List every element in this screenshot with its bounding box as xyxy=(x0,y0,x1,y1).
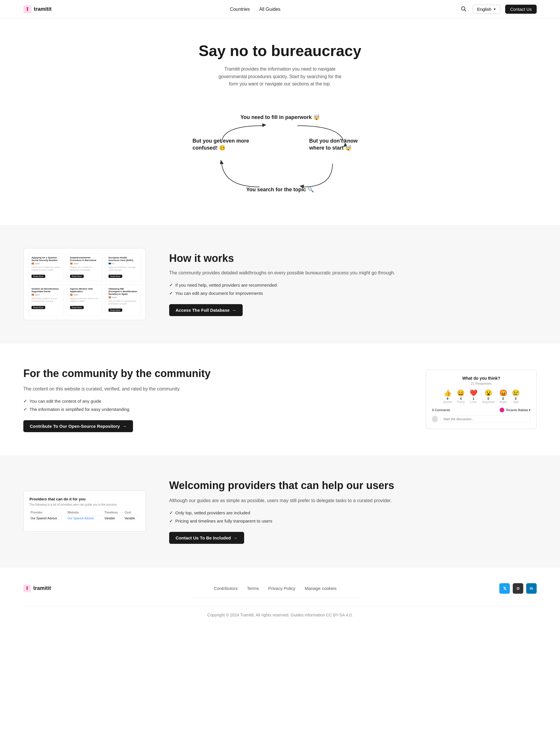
footer-logo[interactable]: tramitit xyxy=(23,585,51,592)
community-section: For the community by the community The c… xyxy=(0,344,560,455)
cycle-top-label: You need to fill in paperwork 🤯 xyxy=(240,114,320,120)
logo-text: tramitit xyxy=(34,6,52,12)
hero-title: Say no to bureaucracy xyxy=(6,42,554,60)
contact-included-label: Contact Us To Be Included xyxy=(176,535,231,540)
providers-table-title: Providers that can do it for you xyxy=(29,497,140,501)
comments-count: 9 Comments xyxy=(432,408,450,412)
community-title: For the community by the community xyxy=(23,367,403,380)
footer-link-cookies[interactable]: Manage cookies xyxy=(305,586,337,591)
svg-rect-1 xyxy=(27,8,28,11)
reaction-angry: 😡 0 Angry xyxy=(499,389,507,403)
check-item: ✓ You can edit any document for improvem… xyxy=(169,291,537,296)
comment-input[interactable] xyxy=(440,415,531,423)
providers-image: Providers that can do it for you The fol… xyxy=(23,491,146,531)
github-button[interactable]: ⚙ xyxy=(513,583,523,594)
reaction-sad: 😢 0 Sad xyxy=(512,389,520,403)
footer-divider: Copyright © 2024 Tramitit. All rights re… xyxy=(23,606,537,617)
check-icon: ✓ xyxy=(169,291,173,296)
footer-link-contributors[interactable]: Contributors xyxy=(214,586,238,591)
providers-checks: ✓ Only top, vetted providers are include… xyxy=(169,510,537,524)
reaction-author: Ricardo Batista ▾ xyxy=(500,408,531,412)
svg-marker-5 xyxy=(220,160,224,164)
check-icon: ✓ xyxy=(23,407,27,412)
language-button[interactable]: English ▼ xyxy=(473,5,501,14)
cycle-right-label: But you don't know where to start 🤯 xyxy=(309,137,367,152)
check-icon: ✓ xyxy=(23,398,27,404)
svg-marker-6 xyxy=(262,123,266,127)
card-item: Obtaining NIE (Foreigner's Identificatio… xyxy=(105,284,141,315)
check-icon: ✓ xyxy=(169,510,173,515)
logo-icon xyxy=(23,5,31,13)
cycle-arrows-svg xyxy=(190,108,370,196)
card-item: Ingreso Mínimo Vital Application 🇪🇸 Spai… xyxy=(67,284,102,315)
community-desc: The content on this website is curated, … xyxy=(23,385,403,393)
how-it-works-content: How it works The community provides deta… xyxy=(169,252,537,316)
reaction-upvote: 👍 9 Upvote xyxy=(443,389,452,403)
card-item: Applying for a Spanish Social Security N… xyxy=(28,253,64,282)
table-header-provider: Provider xyxy=(29,510,67,515)
arrow-right-icon: → xyxy=(122,424,127,429)
hero-subtitle: Tramitit provides the information you ne… xyxy=(216,65,344,88)
footer-logo-icon xyxy=(23,585,31,592)
check-item: ✓ You can edit the content of any guide xyxy=(23,398,403,404)
nav-right: English ▼ Contact Us xyxy=(459,4,537,14)
reaction-title: What do you think? xyxy=(432,376,531,380)
footer-nav: Contributors Terms Privacy Policy Manage… xyxy=(190,579,360,598)
how-it-works-checks: ✓ If you need help, vetted providers are… xyxy=(169,283,537,296)
community-content: For the community by the community The c… xyxy=(23,367,403,432)
arrow-right-icon: → xyxy=(233,535,238,540)
arrow-right-icon: → xyxy=(232,308,236,313)
providers-section: Providers that can do it for you The fol… xyxy=(0,455,560,567)
check-item: ✓ If you need help, vetted providers are… xyxy=(169,283,537,288)
nav-center: Countries All Guides xyxy=(230,7,280,12)
table-header-cost: Cost xyxy=(123,510,140,515)
cycle-diagram: You need to fill in paperwork 🤯 But you … xyxy=(190,108,370,196)
footer-link-terms[interactable]: Terms xyxy=(247,586,259,591)
cycle-bottom-label: You search for the topic 🔍 xyxy=(246,186,314,193)
table-header-website: Website xyxy=(67,510,104,515)
language-label: English xyxy=(477,7,491,12)
chevron-down-icon: ▼ xyxy=(493,8,496,11)
cycle-left-label: But you get even more confused! 🥴 xyxy=(193,137,251,152)
contact-included-button[interactable]: Contact Us To Be Included → xyxy=(169,532,244,544)
card-item: Gestión de Beneficiarios Seguridad Socia… xyxy=(28,284,64,315)
how-it-works-title: How it works xyxy=(169,252,537,265)
card-item: Empadronamiento Procedure in Barcelona 🇪… xyxy=(67,253,102,282)
reaction-surprised: 😮 0 Surprised xyxy=(482,389,495,403)
footer-link-privacy[interactable]: Privacy Policy xyxy=(268,586,295,591)
contribute-repo-label: Contribute To Our Open-Source Repository xyxy=(30,424,120,429)
search-icon xyxy=(461,6,466,12)
providers-content: Welcoming providers that can help our us… xyxy=(169,479,537,544)
providers-desc: Although our guides are as simple as pos… xyxy=(169,497,537,504)
reactions-row: 👍 9 Upvote 😄 4 Funny ❤️ 1 Love 😮 0 Surpr… xyxy=(432,389,531,403)
nav-all-guides[interactable]: All Guides xyxy=(259,7,281,12)
check-item: ✓ The information is simplified for easy… xyxy=(23,407,403,412)
table-header-timelines: Timelines xyxy=(103,510,123,515)
community-image: What do you think? 21 Responses 👍 9 Upvo… xyxy=(426,370,537,429)
reaction-love: ❤️ 1 Love xyxy=(470,389,477,403)
providers-title: Welcoming providers that can help our us… xyxy=(169,479,537,492)
how-it-works-image: Applying for a Spanish Social Security N… xyxy=(23,248,146,320)
footer-social: 𝕏 ⚙ in xyxy=(499,583,537,594)
reaction-funny: 😄 4 Funny xyxy=(457,389,465,403)
contact-nav-label: Contact Us xyxy=(510,7,532,12)
table-row: Our Spanish Advisor Our Spanish Advisor … xyxy=(29,515,140,521)
search-button[interactable] xyxy=(459,4,468,14)
community-checks: ✓ You can edit the content of any guide … xyxy=(23,398,403,412)
reaction-responses: 21 Responses xyxy=(432,382,531,385)
check-icon: ✓ xyxy=(169,283,173,288)
footer-logo-text: tramitit xyxy=(33,585,51,591)
hero-section: Say no to bureaucracy Tramitit provides … xyxy=(0,19,560,207)
footer-copyright: Copyright © 2024 Tramitit. All rights re… xyxy=(23,613,537,617)
linkedin-button[interactable]: in xyxy=(526,583,537,594)
contribute-repo-button[interactable]: Contribute To Our Open-Source Repository… xyxy=(23,420,133,432)
nav-logo[interactable]: tramitit xyxy=(23,5,52,13)
nav-countries[interactable]: Countries xyxy=(230,7,250,12)
svg-rect-8 xyxy=(27,587,28,590)
footer: tramitit Contributors Terms Privacy Poli… xyxy=(0,567,560,629)
contact-nav-button[interactable]: Contact Us xyxy=(505,5,537,14)
check-icon: ✓ xyxy=(169,518,173,524)
access-database-button[interactable]: Access The Full Database → xyxy=(169,304,243,316)
providers-table-desc: The following is a list of providers who… xyxy=(29,503,140,506)
twitter-button[interactable]: 𝕏 xyxy=(499,583,510,594)
